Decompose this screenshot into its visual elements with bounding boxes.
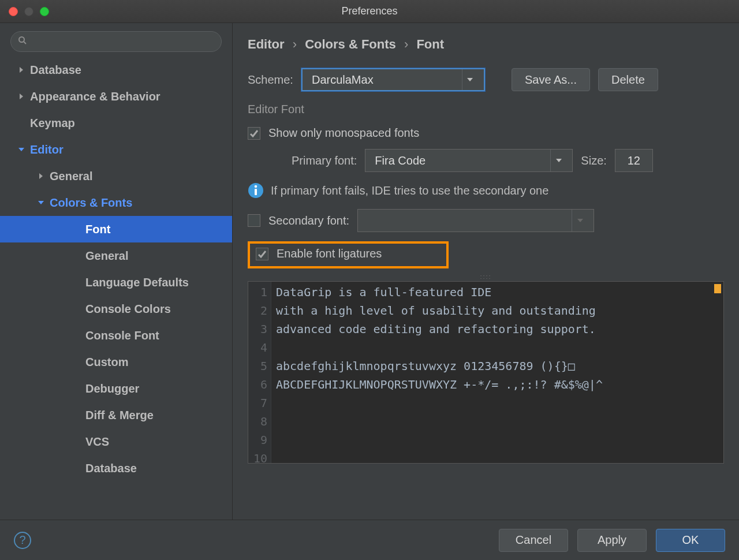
close-window-button[interactable]: [9, 7, 18, 16]
tree-item[interactable]: Font: [0, 216, 232, 242]
code-line: with a high level of usability and outst…: [276, 301, 603, 320]
chevron-down-icon: [572, 210, 588, 232]
tree-item[interactable]: Keymap: [0, 110, 232, 136]
checkbox-icon: [248, 214, 260, 227]
tree-item[interactable]: Custom: [0, 349, 232, 375]
ok-button[interactable]: OK: [656, 529, 725, 552]
secondary-font-checkbox[interactable]: Secondary font:: [248, 214, 349, 227]
apply-button[interactable]: Apply: [577, 529, 647, 552]
tree-item[interactable]: Debugger: [0, 375, 232, 402]
secondary-font-dropdown[interactable]: [357, 209, 594, 232]
help-button[interactable]: ?: [14, 532, 31, 549]
code-line: ABCDEFGHIJKLMNOPQRSTUVWXYZ +-*/= .,;:!? …: [276, 375, 603, 394]
search-input[interactable]: [31, 36, 214, 47]
code-line: DataGrip is a full-featured IDE: [276, 283, 603, 301]
tree-item[interactable]: Database: [0, 455, 232, 481]
tree-item-label: VCS: [85, 435, 109, 449]
tree-item[interactable]: Appearance & Behavior: [0, 83, 232, 110]
minimize-window-button[interactable]: [24, 7, 33, 16]
line-number: 5: [248, 357, 267, 375]
tree-item[interactable]: General: [0, 242, 232, 269]
breadcrumb-item: Font: [416, 37, 444, 51]
chevron-right-icon: [36, 173, 46, 180]
search-wrap: [0, 23, 232, 57]
tree-item-label: Language Defaults: [85, 276, 189, 289]
settings-tree: DatabaseAppearance & BehaviorKeymapEdito…: [0, 57, 232, 520]
chevron-right-icon: ›: [404, 37, 408, 51]
primary-font-row: Primary font: Fira Code Size:: [248, 149, 724, 172]
gutter: 12345678910: [248, 282, 271, 463]
line-number: 8: [248, 412, 267, 431]
code-line: [276, 412, 603, 431]
svg-line-1: [24, 42, 26, 44]
tree-item-label: General: [50, 170, 92, 183]
warning-stripe-icon: [714, 284, 721, 293]
size-label: Size:: [581, 154, 606, 167]
secondary-note-text: If primary font fails, IDE tries to use …: [271, 184, 548, 197]
chevron-right-icon: ›: [293, 37, 297, 51]
tree-item-label: Debugger: [85, 382, 139, 395]
tree-item[interactable]: Console Font: [0, 322, 232, 349]
tree-item-label: General: [85, 249, 128, 263]
secondary-font-row: Secondary font:: [248, 209, 724, 232]
breadcrumb: Editor › Colors & Fonts › Font: [248, 37, 724, 52]
window-traffic-lights: [9, 7, 49, 16]
tree-item[interactable]: Language Defaults: [0, 269, 232, 296]
scheme-dropdown[interactable]: DarculaMax: [301, 68, 485, 91]
code-line: [276, 431, 603, 449]
sidebar: DatabaseAppearance & BehaviorKeymapEdito…: [0, 23, 233, 520]
scheme-label: Scheme:: [248, 73, 293, 87]
tree-item-label: Font: [85, 223, 110, 236]
mono-only-checkbox[interactable]: Show only monospaced fonts: [248, 126, 419, 140]
line-number: 7: [248, 394, 267, 412]
line-number: 4: [248, 338, 267, 357]
mono-only-label: Show only monospaced fonts: [268, 126, 419, 140]
tree-item-label: Console Font: [85, 329, 159, 342]
breadcrumb-item[interactable]: Colors & Fonts: [305, 37, 396, 51]
line-number: 10: [248, 449, 267, 464]
tree-item-label: Diff & Merge: [85, 409, 154, 422]
search-box[interactable]: [10, 31, 222, 52]
primary-font-value: Fira Code: [371, 154, 546, 167]
delete-button[interactable]: Delete: [598, 68, 658, 91]
svg-point-0: [19, 37, 24, 42]
tree-item[interactable]: Diff & Merge: [0, 402, 232, 428]
save-as-button[interactable]: Save As...: [512, 68, 590, 91]
tree-item-label: Custom: [85, 356, 128, 369]
scheme-value: DarculaMax: [308, 73, 457, 87]
resize-grip-icon[interactable]: ::::: [248, 273, 724, 281]
chevron-down-icon: [16, 146, 27, 153]
tree-item[interactable]: VCS: [0, 428, 232, 455]
line-number: 3: [248, 320, 267, 338]
font-size-input[interactable]: [615, 149, 653, 172]
tree-item[interactable]: Database: [0, 57, 232, 83]
tree-item-label: Editor: [30, 143, 64, 156]
secondary-note-row: If primary font fails, IDE tries to use …: [248, 182, 724, 199]
tree-item-label: Database: [85, 462, 137, 475]
enable-ligatures-checkbox[interactable]: Enable font ligatures: [256, 247, 382, 260]
line-number: 2: [248, 301, 267, 320]
code-line: abcdefghijklmnopqrstuvwxyz 0123456789 ()…: [276, 357, 603, 375]
chevron-right-icon: [16, 93, 27, 100]
tree-item-label: Appearance & Behavior: [30, 90, 161, 103]
font-preview-editor[interactable]: 12345678910 DataGrip is a full-featured …: [248, 281, 724, 464]
tree-item[interactable]: General: [0, 163, 232, 189]
content-pane: Editor › Colors & Fonts › Font Scheme: D…: [233, 23, 739, 520]
dialog-footer: ? Cancel Apply OK: [0, 520, 739, 560]
chevron-down-icon: [36, 199, 46, 206]
primary-font-dropdown[interactable]: Fira Code: [365, 149, 573, 172]
tree-item[interactable]: Editor: [0, 136, 232, 163]
preview-wrap: :::: 12345678910 DataGrip is a full-feat…: [248, 273, 724, 464]
mono-only-row: Show only monospaced fonts: [248, 126, 724, 140]
tree-item-label: Keymap: [30, 117, 75, 130]
window-title: Preferences: [0, 5, 739, 17]
code-line: advanced code editing and refactoring su…: [276, 320, 603, 338]
titlebar: Preferences: [0, 0, 739, 23]
cancel-button[interactable]: Cancel: [499, 529, 568, 552]
zoom-window-button[interactable]: [40, 7, 49, 16]
breadcrumb-item[interactable]: Editor: [248, 37, 285, 51]
tree-item[interactable]: Console Colors: [0, 296, 232, 322]
checkbox-icon: [248, 127, 260, 140]
tree-item[interactable]: Colors & Fonts: [0, 189, 232, 216]
code-line: [276, 338, 603, 357]
